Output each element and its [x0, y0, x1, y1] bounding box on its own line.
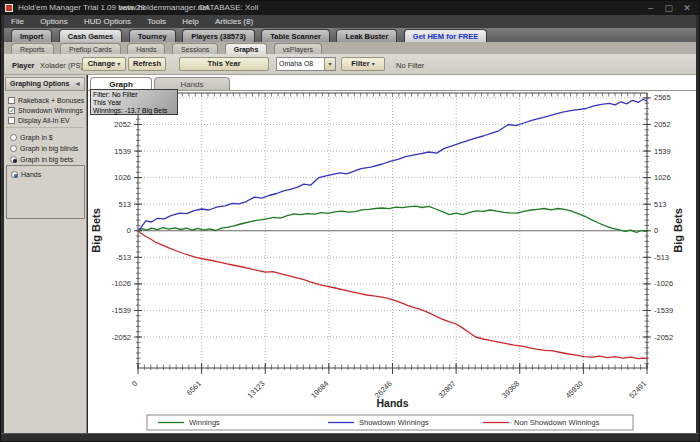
- sidebar-header[interactable]: Graphing Options ◄: [5, 77, 85, 91]
- tooltip-period: This Year: [93, 99, 175, 107]
- period-button[interactable]: This Year: [179, 57, 269, 71]
- tab-get-hem-free[interactable]: Get HEM for FREE: [404, 29, 487, 42]
- graph-panel: Graph Hands Filter: No Filter This Year …: [88, 75, 698, 433]
- filter-button[interactable]: Filter ▾: [341, 57, 385, 71]
- checkbox-rakeback-bonuses[interactable]: ✓Rakeback + Bonuses: [8, 96, 84, 106]
- checkbox-icon: ✓: [8, 117, 15, 124]
- radio-graph-in-dollars[interactable]: Graph in $: [10, 133, 53, 143]
- svg-text:2052: 2052: [654, 120, 671, 129]
- window-edge: [1, 433, 700, 442]
- player-label: Player: [12, 61, 35, 70]
- svg-text:0: 0: [130, 379, 139, 388]
- svg-text:Showdown Winnings: Showdown Winnings: [359, 418, 429, 427]
- svg-text:0: 0: [654, 226, 658, 235]
- svg-text:-1026: -1026: [654, 279, 673, 288]
- svg-text:19684: 19684: [309, 379, 330, 400]
- collapse-sidebar-icon[interactable]: ◄: [74, 78, 81, 90]
- checkbox-icon: ✓: [8, 97, 15, 104]
- tab-hands[interactable]: Hands: [127, 43, 165, 54]
- menu-options[interactable]: Options: [33, 15, 75, 28]
- maximize-icon[interactable]: ▢: [661, 1, 677, 15]
- graphing-options-sidebar: Graphing Options ◄ ✓Rakeback + Bonuses ✓…: [4, 75, 87, 433]
- radio-graph-in-big-bets[interactable]: Graph in big bets: [10, 155, 73, 165]
- tab-tourney[interactable]: Tourney: [129, 29, 176, 42]
- tooltip-filter: Filter: No Filter: [93, 91, 175, 99]
- checkbox-checked-icon: ✓: [8, 107, 15, 114]
- player-name: Xolader (PS): [40, 61, 83, 70]
- svg-text:-2052: -2052: [112, 333, 131, 342]
- window-url: www.holdemmanager.net: [119, 1, 209, 15]
- svg-text:39368: 39368: [500, 379, 521, 400]
- svg-text:Big Bets: Big Bets: [90, 208, 102, 253]
- tab-graphs[interactable]: Graphs: [225, 43, 268, 54]
- sub-tab-strip: Reports Preflop Cards Hands Sessions Gra…: [4, 42, 698, 54]
- hands-list-box: Hands: [6, 165, 85, 219]
- tab-players[interactable]: Players (38573): [182, 29, 255, 42]
- tab-leak-buster[interactable]: Leak Buster: [336, 29, 397, 42]
- minimize-icon[interactable]: –: [643, 1, 659, 15]
- toolbar: Player Xolader (PS) Change ▾ Refresh Thi…: [4, 54, 698, 75]
- radio-icon: [10, 145, 17, 152]
- chart-svg: 2565256520522052153915391026102651351300…: [88, 91, 698, 433]
- winnings-chart[interactable]: 2565256520522052153915391026102651351300…: [88, 91, 698, 433]
- checkbox-showdown-winnings[interactable]: ✓Showdown Winnings: [8, 106, 83, 116]
- close-icon[interactable]: ✕: [679, 1, 695, 15]
- tab-table-scanner[interactable]: Table Scanner: [261, 29, 330, 42]
- menu-bar: File Options HUD Options Tools Help Arti…: [4, 15, 698, 28]
- svg-text:Big Bets: Big Bets: [672, 208, 684, 253]
- change-button[interactable]: Change ▾: [82, 57, 126, 71]
- tab-sessions[interactable]: Sessions: [172, 43, 218, 54]
- svg-text:0: 0: [127, 226, 131, 235]
- filter-value: No Filter: [396, 61, 424, 70]
- main-tab-strip: Import Cash Games Tourney Players (38573…: [4, 28, 698, 42]
- svg-text:13123: 13123: [246, 379, 267, 400]
- svg-text:52491: 52491: [627, 379, 648, 400]
- svg-text:32807: 32807: [436, 379, 457, 400]
- tooltip-winnings: Winnings: -13.7 Big Bets: [93, 107, 175, 115]
- chevron-down-icon: ▾: [324, 58, 335, 70]
- radio-selected-icon: [11, 171, 18, 178]
- svg-text:1539: 1539: [114, 147, 131, 156]
- menu-help[interactable]: Help: [175, 15, 205, 28]
- menu-file[interactable]: File: [4, 15, 31, 28]
- tab-vs-players[interactable]: vsPlayers: [274, 43, 322, 54]
- divider: [6, 127, 84, 128]
- svg-text:1026: 1026: [114, 173, 131, 182]
- checkbox-display-all-in-ev[interactable]: ✓Display All-In EV: [8, 116, 70, 126]
- radio-selected-icon: [10, 156, 17, 163]
- svg-text:6561: 6561: [185, 379, 203, 397]
- tab-cash-games[interactable]: Cash Games: [59, 29, 122, 42]
- menu-articles[interactable]: Articles (8): [208, 15, 260, 28]
- window-edge: [1, 15, 4, 433]
- svg-text:2052: 2052: [114, 120, 131, 129]
- svg-text:Hands: Hands: [376, 397, 408, 409]
- svg-text:-1026: -1026: [112, 279, 131, 288]
- menu-tools[interactable]: Tools: [140, 15, 173, 28]
- chevron-down-icon: ▾: [117, 61, 120, 67]
- svg-text:513: 513: [118, 200, 131, 209]
- menu-hud-options[interactable]: HUD Options: [77, 15, 138, 28]
- svg-text:-1539: -1539: [112, 306, 131, 315]
- radio-graph-in-big-blinds[interactable]: Graph in big blinds: [10, 144, 78, 154]
- svg-text:1026: 1026: [654, 173, 671, 182]
- refresh-button[interactable]: Refresh: [128, 57, 166, 71]
- window-edge: [696, 15, 699, 433]
- svg-text:Non Showdown Winnings: Non Showdown Winnings: [514, 418, 600, 427]
- title-bar: Hold'em Manager Trial 1.09 beta 29 www.h…: [1, 1, 700, 15]
- svg-text:1539: 1539: [654, 147, 671, 156]
- window-database: DATABASE: Xoli: [199, 1, 258, 15]
- tab-preflop-cards[interactable]: Preflop Cards: [60, 43, 121, 54]
- svg-text:-513: -513: [116, 253, 131, 262]
- graph-tooltip: Filter: No Filter This Year Winnings: -1…: [90, 89, 178, 115]
- game-select[interactable]: Omaha O8▾: [276, 57, 336, 71]
- svg-text:2565: 2565: [654, 93, 671, 102]
- radio-icon: [10, 134, 17, 141]
- svg-text:-1539: -1539: [654, 306, 673, 315]
- tab-reports[interactable]: Reports: [11, 43, 54, 54]
- radio-hands[interactable]: Hands: [11, 170, 41, 180]
- tab-import[interactable]: Import: [11, 29, 52, 42]
- svg-text:45930: 45930: [564, 379, 585, 400]
- svg-text:-513: -513: [654, 253, 669, 262]
- svg-text:-2052: -2052: [654, 333, 673, 342]
- chevron-down-icon: ▾: [372, 61, 375, 67]
